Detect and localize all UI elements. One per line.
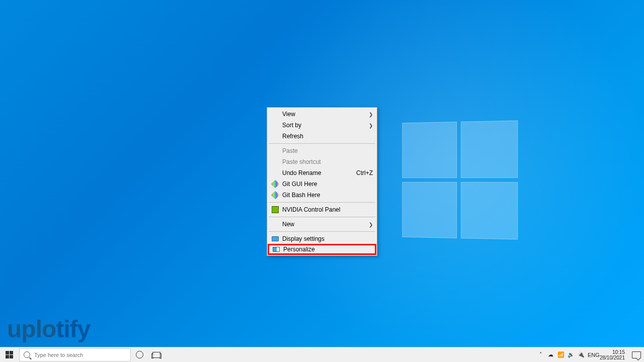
menu-label: Paste	[282, 147, 373, 154]
menu-item-paste: Paste	[268, 145, 376, 156]
menu-label: NVIDIA Control Panel	[282, 206, 373, 213]
windows-start-icon	[6, 351, 13, 358]
menu-label: Undo Rename	[282, 169, 356, 176]
display-settings-icon	[270, 235, 280, 243]
menu-separator	[269, 231, 375, 232]
menu-label: Git Bash Here	[282, 192, 373, 199]
chevron-right-icon: ❯	[368, 222, 373, 227]
menu-item-personalize[interactable]: Personalize	[268, 244, 376, 255]
action-center-icon[interactable]	[632, 351, 641, 358]
cortana-circle-icon	[136, 351, 143, 358]
menu-label: Display settings	[282, 235, 373, 242]
menu-label: Paste shortcut	[282, 158, 373, 165]
cortana-button[interactable]	[131, 347, 148, 363]
search-placeholder: Type here to search	[34, 352, 83, 358]
desktop-context-menu: View ❯ Sort by ❯ Refresh Paste Paste sho…	[267, 107, 377, 256]
menu-separator	[269, 202, 375, 203]
menu-item-nvidia[interactable]: NVIDIA Control Panel	[268, 204, 376, 215]
menu-label: Personalize	[283, 246, 372, 253]
menu-separator	[269, 217, 375, 217]
git-bash-icon	[270, 191, 280, 199]
git-gui-icon	[270, 180, 280, 188]
taskbar-clock[interactable]: 10:15 28/10/2021	[598, 349, 627, 360]
blank-icon	[270, 169, 280, 177]
system-tray: ˄ ☁ 📶 🔉 🔌 ENG 10:15 28/10/2021	[537, 347, 644, 362]
tray-language-indicator[interactable]: ENG	[588, 352, 595, 358]
clock-time: 10:15	[600, 349, 625, 355]
task-view-button[interactable]	[148, 347, 165, 363]
menu-item-undo-rename[interactable]: Undo Rename Ctrl+Z	[268, 167, 376, 178]
menu-label: Sort by	[282, 122, 368, 129]
menu-item-view[interactable]: View ❯	[268, 109, 376, 120]
watermark-text: uplotify	[7, 315, 90, 343]
tray-volume-icon[interactable]: 🔉	[568, 351, 575, 358]
windows-logo-wallpaper	[402, 121, 518, 240]
chevron-right-icon: ❯	[368, 123, 373, 128]
menu-label: New	[282, 221, 368, 228]
menu-item-refresh[interactable]: Refresh	[268, 131, 376, 142]
menu-item-sort-by[interactable]: Sort by ❯	[268, 120, 376, 131]
menu-label: View	[282, 111, 368, 118]
blank-icon	[270, 220, 280, 228]
task-view-icon	[152, 352, 160, 358]
menu-separator	[269, 143, 375, 144]
chevron-right-icon: ❯	[368, 112, 373, 117]
blank-icon	[270, 158, 280, 166]
taskbar: Type here to search ˄ ☁ 📶 🔉 🔌 ENG 10:15 …	[0, 347, 644, 362]
blank-icon	[270, 121, 280, 129]
menu-label: Refresh	[282, 133, 373, 140]
menu-item-git-bash[interactable]: Git Bash Here	[268, 190, 376, 201]
taskbar-search-box[interactable]: Type here to search	[19, 348, 131, 361]
menu-item-display-settings[interactable]: Display settings	[268, 233, 376, 244]
menu-item-paste-shortcut: Paste shortcut	[268, 156, 376, 167]
blank-icon	[270, 132, 280, 140]
menu-item-new[interactable]: New ❯	[268, 219, 376, 230]
tray-battery-icon[interactable]: 🔌	[578, 351, 585, 358]
tray-chevron-up-icon[interactable]: ˄	[537, 351, 544, 358]
personalize-icon	[271, 245, 281, 253]
tray-onedrive-icon[interactable]: ☁	[547, 351, 554, 358]
nvidia-icon	[270, 206, 280, 214]
tray-network-icon[interactable]: 📶	[557, 351, 565, 358]
search-icon	[24, 351, 30, 358]
menu-shortcut: Ctrl+Z	[356, 169, 373, 176]
blank-icon	[270, 147, 280, 155]
menu-item-git-gui[interactable]: Git GUI Here	[268, 178, 376, 190]
start-button[interactable]	[0, 347, 18, 363]
clock-date: 28/10/2021	[600, 355, 625, 360]
menu-label: Git GUI Here	[282, 180, 373, 188]
blank-icon	[270, 110, 280, 118]
